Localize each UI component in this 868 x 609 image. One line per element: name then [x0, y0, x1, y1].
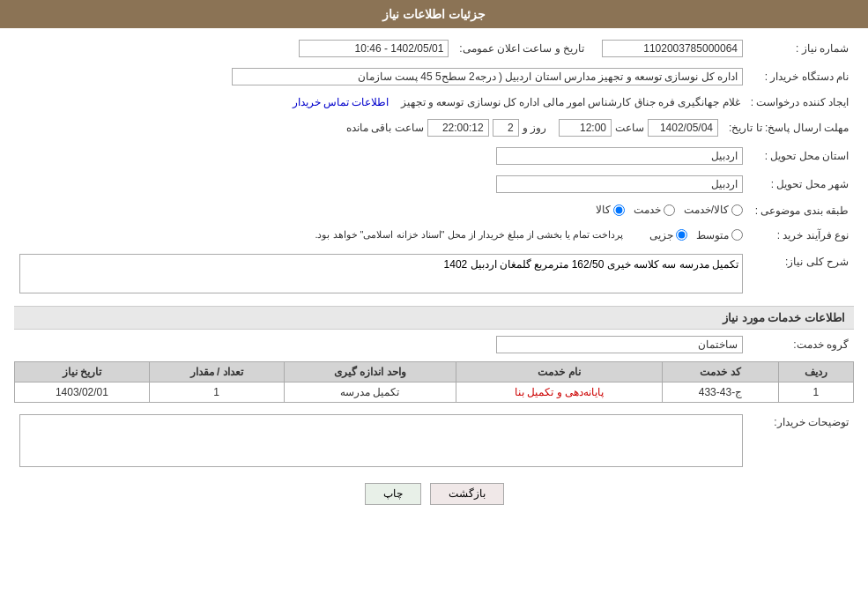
deadline-time: 12:00 — [559, 119, 612, 137]
buyer-org-value: اداره کل نوسازی توسعه و تجهیز مدارس استا… — [232, 68, 743, 85]
send-deadline-label: مهلت ارسال پاسخ: تا تاریخ: — [723, 116, 854, 139]
back-button[interactable]: بازگشت — [430, 483, 504, 505]
cell-date: 1403/02/01 — [15, 382, 150, 402]
buyer-notes-textarea[interactable] — [19, 414, 743, 467]
announce-date-value: 1402/05/01 - 10:46 — [299, 40, 449, 57]
button-row: بازگشت چاپ — [14, 483, 854, 505]
category-khedmat-input[interactable] — [664, 204, 675, 216]
category-label: طبقه بندی موضوعی : — [748, 201, 854, 221]
category-kala-input[interactable] — [613, 204, 625, 216]
buyer-org-label: نام دستگاه خریدار : — [748, 65, 854, 88]
col-count: تعداد / مقدار — [149, 361, 284, 382]
announce-date-label: تاریخ و ساعت اعلان عمومی: — [454, 37, 590, 60]
service-group-value: ساختمان — [496, 336, 743, 353]
col-unit: واحد اندازه گیری — [284, 361, 456, 382]
cell-count: 1 — [149, 382, 284, 402]
category-khedmat-radio[interactable]: خدمت — [634, 204, 675, 216]
process-jozi-radio[interactable]: جزیی — [649, 229, 687, 241]
process-mottaset-radio[interactable]: متوسط — [696, 229, 743, 241]
col-code: کد خدمت — [663, 361, 779, 382]
time-label: ساعت — [615, 122, 644, 134]
col-date: تاریخ نیاز — [15, 361, 150, 382]
page-header: جزئیات اطلاعات نیاز — [0, 0, 868, 28]
deadline-days: 2 — [493, 119, 519, 137]
process-notice: پرداخت تمام یا بخشی از مبلغ خریدار از مح… — [315, 229, 623, 241]
process-jozi-input[interactable] — [676, 229, 687, 241]
page-title: جزئیات اطلاعات نیاز — [382, 7, 486, 21]
province-value: اردبیل — [496, 147, 743, 165]
category-kala-khedmat-label: کالا/خدمت — [684, 204, 729, 216]
need-desc-label: شرح کلی نیاز: — [748, 251, 854, 299]
category-khedmat-label: خدمت — [634, 204, 661, 216]
province-label: استان محل تحویل : — [748, 145, 854, 167]
cell-name: پایانه‌دهی و تکمیل بنا — [456, 382, 663, 402]
cell-code: ج-43-433 — [663, 382, 779, 402]
category-kala-radio[interactable]: کالا — [596, 204, 625, 216]
deadline-remaining: 22:00:12 — [427, 119, 489, 137]
creator-label: ایجاد کننده درخواست : — [746, 93, 854, 111]
need-desc-textarea[interactable]: تکمیل مدرسه سه کلاسه خیری 162/50 مترمربع… — [19, 254, 743, 293]
col-name: نام خدمت — [456, 361, 663, 382]
days-label: روز و — [523, 122, 546, 134]
category-kala-label: کالا — [596, 204, 611, 216]
process-jozi-label: جزیی — [649, 229, 673, 241]
services-section-title: اطلاعات خدمات مورد نیاز — [14, 306, 854, 330]
need-number-value: 1102003785000064 — [602, 40, 743, 57]
col-row: ردیف — [778, 361, 853, 382]
need-number-label: شماره نیاز : — [748, 37, 854, 60]
city-value: اردبیل — [496, 175, 743, 193]
category-kala-khedmat-radio[interactable]: کالا/خدمت — [684, 204, 743, 216]
cell-row: 1 — [778, 382, 853, 402]
process-mottaset-input[interactable] — [731, 229, 743, 241]
deadline-date: 1402/05/04 — [648, 119, 718, 137]
buyer-notes-label: توضیحات خریدار: — [748, 412, 854, 472]
process-label: نوع فرآیند خرید : — [748, 227, 854, 244]
process-mottaset-label: متوسط — [696, 229, 729, 241]
contact-link[interactable]: اطلاعات تماس خریدار — [293, 96, 389, 108]
cell-unit: تکمیل مدرسه — [284, 382, 456, 402]
city-label: شهر محل تحویل : — [748, 173, 854, 196]
remaining-label: ساعت باقی مانده — [346, 122, 424, 134]
category-kala-khedmat-input[interactable] — [731, 204, 743, 216]
creator-value: غلام جهانگیری فره جناق کارشناس امور مالی… — [401, 96, 740, 108]
print-button[interactable]: چاپ — [365, 483, 421, 505]
service-group-label: گروه خدمت: — [748, 333, 854, 356]
table-row: 1ج-43-433پایانه‌دهی و تکمیل بناتکمیل مدر… — [15, 382, 854, 402]
